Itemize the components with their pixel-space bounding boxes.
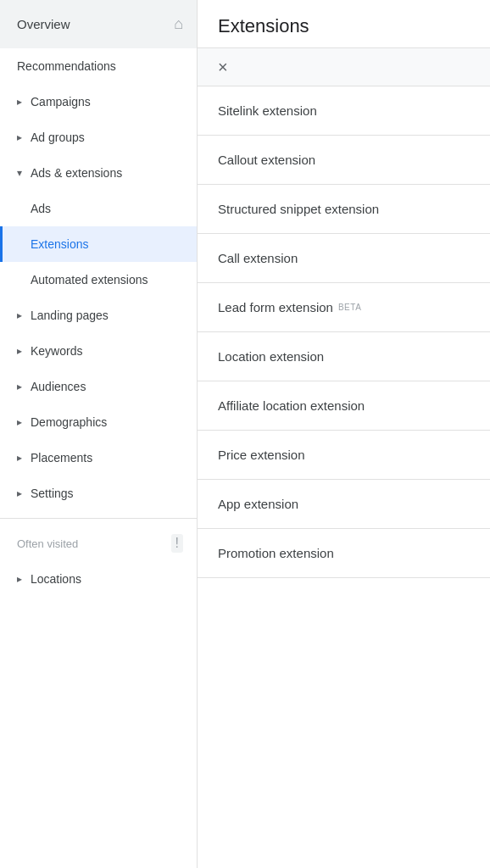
extension-list: Sitelink extensionCallout extensionStruc… xyxy=(198,86,490,578)
chevron-right-icon: ▸ xyxy=(17,96,22,108)
ads-label: Ads xyxy=(31,202,51,215)
chevron-right-icon: ▸ xyxy=(17,452,22,464)
often-visited-section: Often visited ! xyxy=(0,526,197,561)
chevron-right-icon: ▸ xyxy=(17,487,22,499)
campaigns-label: Campaigns xyxy=(31,95,91,108)
chevron-right-icon: ▸ xyxy=(17,131,22,143)
extension-item-label: Callout extension xyxy=(218,153,315,167)
sidebar-item-audiences[interactable]: ▸ Audiences xyxy=(0,369,197,404)
extension-item-label: Call extension xyxy=(218,251,298,265)
extension-item-label: Promotion extension xyxy=(218,546,334,560)
extension-item-label: Location extension xyxy=(218,349,324,364)
extension-item[interactable]: Callout extension xyxy=(198,136,490,185)
extension-item[interactable]: Structured snippet extension xyxy=(198,185,490,234)
sidebar-item-landing-pages[interactable]: ▸ Landing pages xyxy=(0,298,197,333)
beta-badge: BETA xyxy=(338,303,361,312)
sidebar-item-recommendations[interactable]: Recommendations xyxy=(0,48,197,84)
sidebar-item-placements[interactable]: ▸ Placements xyxy=(0,440,197,476)
extension-item[interactable]: Promotion extension xyxy=(198,529,490,578)
ad-groups-label: Ad groups xyxy=(31,131,85,144)
keywords-label: Keywords xyxy=(31,344,82,358)
main-header: Extensions xyxy=(198,0,490,48)
extensions-label: Extensions xyxy=(31,237,88,251)
demographics-label: Demographics xyxy=(31,415,107,429)
close-bar: × xyxy=(198,48,490,86)
sidebar-item-ad-groups[interactable]: ▸ Ad groups xyxy=(0,120,197,155)
sidebar-item-automated-extensions[interactable]: Automated extensions xyxy=(0,262,197,298)
sidebar: Overview ⌂ Recommendations ▸ Campaigns ▸… xyxy=(0,0,198,868)
automated-extensions-label: Automated extensions xyxy=(31,273,148,287)
landing-pages-label: Landing pages xyxy=(31,309,109,322)
extension-item[interactable]: Price extension xyxy=(198,431,490,480)
sidebar-item-campaigns[interactable]: ▸ Campaigns xyxy=(0,84,197,120)
extension-item[interactable]: Lead form extensionBETA xyxy=(198,283,490,332)
main-content: Extensions × Sitelink extensionCallout e… xyxy=(198,0,490,868)
divider xyxy=(0,518,197,519)
placements-label: Placements xyxy=(31,451,92,465)
close-button[interactable]: × xyxy=(218,58,228,76)
chevron-right-icon: ▸ xyxy=(17,309,22,321)
overview-label: Overview xyxy=(17,17,70,31)
extension-item-label: Price extension xyxy=(218,448,305,462)
extension-item[interactable]: Sitelink extension xyxy=(198,86,490,136)
extension-item[interactable]: Call extension xyxy=(198,234,490,283)
chevron-right-icon: ▸ xyxy=(17,573,22,585)
sidebar-item-overview[interactable]: Overview ⌂ xyxy=(0,0,197,48)
sidebar-item-extensions[interactable]: Extensions xyxy=(0,226,197,262)
sidebar-item-locations[interactable]: ▸ Locations xyxy=(0,561,197,597)
extension-item-label: App extension xyxy=(218,497,298,511)
often-visited-label: Often visited xyxy=(17,537,78,550)
page-title: Extensions xyxy=(218,15,470,37)
recommendations-label: Recommendations xyxy=(17,59,116,73)
extension-item-label: Affiliate location extension xyxy=(218,398,365,413)
extension-item[interactable]: Location extension xyxy=(198,332,490,381)
extension-item-label: Structured snippet extension xyxy=(218,202,379,216)
settings-label: Settings xyxy=(31,487,74,500)
chevron-right-icon: ▸ xyxy=(17,416,22,428)
audiences-label: Audiences xyxy=(31,380,86,393)
chevron-right-icon: ▸ xyxy=(17,381,22,392)
chevron-down-icon: ▾ xyxy=(17,167,22,179)
extension-item[interactable]: App extension xyxy=(198,480,490,529)
sidebar-item-ads[interactable]: Ads xyxy=(0,191,197,226)
sidebar-item-settings[interactable]: ▸ Settings xyxy=(0,476,197,511)
extension-item-label: Sitelink extension xyxy=(218,103,317,118)
extension-item-label: Lead form extension xyxy=(218,300,333,314)
extension-item[interactable]: Affiliate location extension xyxy=(198,381,490,431)
home-icon: ⌂ xyxy=(174,15,183,33)
chevron-right-icon: ▸ xyxy=(17,345,22,357)
sidebar-item-demographics[interactable]: ▸ Demographics xyxy=(0,404,197,440)
ads-extensions-label: Ads & extensions xyxy=(31,166,122,180)
feedback-icon[interactable]: ! xyxy=(171,534,183,553)
sidebar-item-keywords[interactable]: ▸ Keywords xyxy=(0,333,197,369)
locations-label: Locations xyxy=(31,572,81,586)
sidebar-item-ads-extensions[interactable]: ▾ Ads & extensions xyxy=(0,155,197,191)
